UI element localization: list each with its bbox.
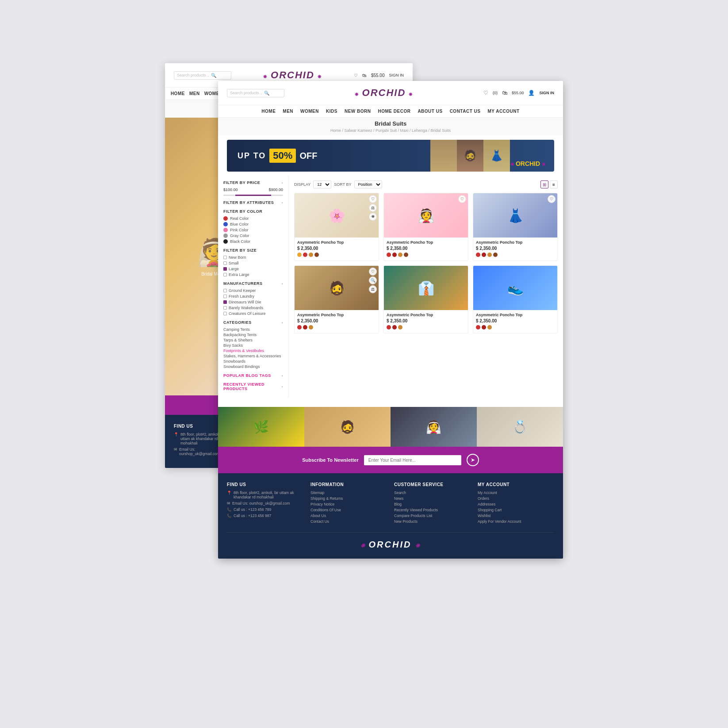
color-item-4[interactable]: Gray Color xyxy=(223,234,283,238)
product-1-quickview[interactable]: 👁 xyxy=(369,213,377,221)
footer-conditions[interactable]: Conditions Of Use xyxy=(310,508,387,512)
cat-7[interactable]: Snowboards xyxy=(223,359,283,364)
color-item-2[interactable]: Blue Color xyxy=(223,222,283,226)
footer-news[interactable]: News xyxy=(394,496,471,501)
sort-label: SORT BY xyxy=(334,182,351,187)
nav-men[interactable]: MEN xyxy=(189,90,200,97)
list-view-btn[interactable]: ≡ xyxy=(550,180,558,188)
grid-view-btn[interactable]: ⊞ xyxy=(540,180,548,188)
front-nav-contact[interactable]: CONTACT US xyxy=(450,108,481,115)
display-select[interactable]: 12 24 36 xyxy=(313,180,331,188)
cat-2[interactable]: Backpacking Tents xyxy=(223,333,283,337)
product-card-4: 🧔 ♡ 🔍 ⚖ Asymmetric Poncho Top $ 2,350.00 xyxy=(294,265,379,333)
mfr-2[interactable]: Fresh Laundry xyxy=(223,294,283,299)
footer-my-account[interactable]: My Account xyxy=(478,490,554,495)
front-search-icon[interactable]: 🔍 xyxy=(264,91,269,96)
cart-icon[interactable]: 🛍 xyxy=(362,73,367,78)
front-wishlist-icon[interactable]: ♡ xyxy=(483,90,488,96)
front-nav-account[interactable]: MY ACCOUNT xyxy=(487,108,519,115)
front-promo-banner: UP TO 50% OFF 🧔 👗 ❋ ORCHID ❋ xyxy=(227,140,554,172)
cat-3[interactable]: Tarps & Shelters xyxy=(223,338,283,342)
front-page: Search products... 🔍 ❋ ORCHID ❋ ♡ (0) 🛍 … xyxy=(218,81,563,559)
front-newsletter-input[interactable] xyxy=(364,455,461,465)
filter-categories-title[interactable]: CATEGORIES › xyxy=(223,320,283,325)
cat-4[interactable]: Bivy Sacks xyxy=(223,343,283,348)
footer-contact[interactable]: Contact Us xyxy=(310,519,387,524)
gallery-row: 🌿 🧔 👰 💍 xyxy=(218,407,563,447)
sort-select[interactable]: Position Price Name xyxy=(354,180,382,188)
cat-1[interactable]: Camping Tents xyxy=(223,327,283,332)
filter-attributes-title[interactable]: FILTER BY ATTRIBUTES › xyxy=(223,200,283,205)
nav-home[interactable]: HOME xyxy=(171,90,185,97)
front-nav-home-decor[interactable]: HOME DECOR xyxy=(378,108,410,115)
front-search[interactable]: Search products... 🔍 xyxy=(227,89,284,97)
filter-manufacturers-title[interactable]: MANUFACTURERS › xyxy=(223,281,283,286)
product-3-wishlist[interactable]: ♡ xyxy=(548,195,556,203)
footer-search[interactable]: Search xyxy=(394,490,471,495)
front-newsletter-btn[interactable]: ➤ xyxy=(467,454,479,466)
mfr-3[interactable]: Dinosaurs Will Die xyxy=(223,300,283,304)
product-4-compare[interactable]: ⚖ xyxy=(369,285,377,293)
footer-about[interactable]: About Us xyxy=(310,513,387,518)
cat-6[interactable]: Stakes, Hammers & Accessories xyxy=(223,354,283,358)
filter-price-title[interactable]: FILTER BY PRICE › xyxy=(223,180,283,185)
footer-recently-viewed[interactable]: Recently Viewed Products xyxy=(394,508,471,512)
filter-recently-viewed-title[interactable]: RECENTLY VIEWED PRODUCTS › xyxy=(223,382,283,391)
mfr-4[interactable]: Barely Wakeboards xyxy=(223,306,283,310)
front-nav-about[interactable]: ABOUT US xyxy=(418,108,442,115)
front-nav-women[interactable]: WOMEN xyxy=(300,108,319,115)
footer-compare[interactable]: Compare Products List xyxy=(394,513,471,518)
gallery-1: 🌿 xyxy=(218,407,304,447)
front-nav-kids[interactable]: KIDS xyxy=(326,108,337,115)
price-slider[interactable] xyxy=(223,195,283,196)
front-signin-btn[interactable]: SIGN IN xyxy=(539,91,554,95)
front-nav-home[interactable]: HOME xyxy=(261,108,276,115)
wishlist-icon[interactable]: ♡ xyxy=(354,73,358,78)
footer-new-products[interactable]: New Products xyxy=(394,519,471,524)
search-icon[interactable]: 🔍 xyxy=(211,73,216,78)
color-item-3[interactable]: Pink Color xyxy=(223,228,283,232)
back-search[interactable]: Search products... 🔍 xyxy=(174,71,231,80)
footer-orders[interactable]: Orders xyxy=(478,496,554,501)
mfr-5[interactable]: Creatures Of Leisure xyxy=(223,311,283,316)
cat-5[interactable]: Footprints & Vestibules xyxy=(223,349,283,353)
front-nav-newborn[interactable]: NEW BORN xyxy=(345,108,371,115)
product-img-3: 👗 xyxy=(473,193,557,238)
size-xlarge[interactable]: Extra Large xyxy=(223,272,283,277)
color-item-5[interactable]: Black Color xyxy=(223,239,283,244)
footer-addresses[interactable]: Addresses xyxy=(478,502,554,506)
product-card-6: 👟 Asymmetric Poncho Top $ 2,350.00 xyxy=(473,265,558,333)
size-newborn[interactable]: New Born xyxy=(223,255,283,260)
footer-sitemap[interactable]: Sitemap xyxy=(310,490,387,495)
signin-btn[interactable]: SIGN IN xyxy=(389,73,404,77)
size-small[interactable]: Small xyxy=(223,261,283,265)
product-1-wishlist[interactable]: ♡ xyxy=(369,195,377,203)
product-2-wishlist[interactable]: ♡ xyxy=(458,195,466,203)
front-breadcrumb: Bridal Suits Home / Salwar Kameez / Punj… xyxy=(218,118,563,135)
front-header-icons: ♡ (0) 🛍 $55.00 👤 SIGN IN xyxy=(483,90,554,96)
color-item-1[interactable]: Real Color xyxy=(223,216,283,221)
footer-privacy[interactable]: Privacy Notice xyxy=(310,502,387,506)
footer-vendor[interactable]: Apply For Vendor Account xyxy=(478,519,554,524)
size-large[interactable]: Large xyxy=(223,267,283,271)
footer-blog[interactable]: Blog xyxy=(394,502,471,506)
front-cart-icon[interactable]: 🛍 xyxy=(502,90,507,96)
footer-bottom: ❋ ORCHID ❋ xyxy=(227,532,554,550)
front-footer: FIND US 📍 8th floor, plot#2, amkoli, bir… xyxy=(218,473,563,559)
product-img-5: 👔 xyxy=(384,266,468,310)
filter-popular-tags-title[interactable]: POPULAR BLOG TAGS › xyxy=(223,373,283,378)
promo-text-suffix: OFF xyxy=(299,151,317,161)
product-1-compare[interactable]: ⚖ xyxy=(369,204,377,212)
back-header-icons: ♡ 🛍 $55.00 SIGN IN xyxy=(354,73,404,78)
front-nav-men[interactable]: MEN xyxy=(283,108,293,115)
view-icons: ⊞ ≡ xyxy=(540,180,558,188)
product-4-zoom[interactable]: 🔍 xyxy=(369,276,377,284)
product-price-2: $ 2,350.00 xyxy=(387,246,465,251)
footer-shopping-cart[interactable]: Shopping Cart xyxy=(478,508,554,512)
product-price-4: $ 2,350.00 xyxy=(297,318,376,323)
product-4-wishlist[interactable]: ♡ xyxy=(369,268,377,276)
footer-shipping[interactable]: Shipping & Returns xyxy=(310,496,387,501)
cat-8[interactable]: Snowboard Bindings xyxy=(223,364,283,369)
mfr-1[interactable]: Ground Keeper xyxy=(223,288,283,293)
footer-wishlist[interactable]: Wishlist xyxy=(478,513,554,518)
